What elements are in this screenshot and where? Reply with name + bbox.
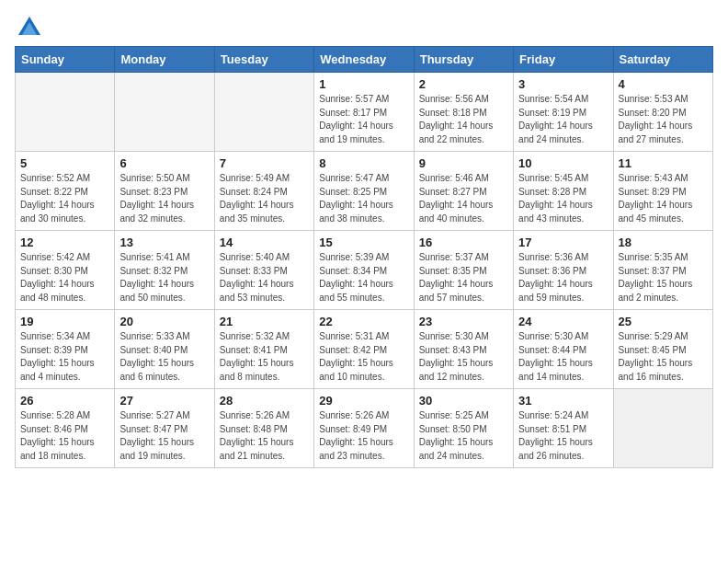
day-number: 8 (319, 156, 408, 170)
calendar-cell: 30Sunrise: 5:25 AMSunset: 8:50 PMDayligh… (414, 389, 513, 468)
day-number: 7 (220, 156, 309, 170)
calendar-cell: 6Sunrise: 5:50 AMSunset: 8:23 PMDaylight… (115, 152, 214, 231)
logo-icon (17, 15, 42, 40)
calendar-cell: 17Sunrise: 5:36 AMSunset: 8:36 PMDayligh… (514, 231, 613, 310)
day-number: 31 (518, 394, 608, 408)
day-info: Sunrise: 5:39 AMSunset: 8:34 PMDaylight:… (319, 251, 408, 304)
day-number: 26 (20, 394, 109, 408)
week-row-3: 12Sunrise: 5:42 AMSunset: 8:30 PMDayligh… (16, 231, 713, 310)
day-header-monday: Monday (115, 47, 214, 73)
day-info: Sunrise: 5:42 AMSunset: 8:30 PMDaylight:… (20, 251, 109, 304)
calendar-cell: 20Sunrise: 5:33 AMSunset: 8:40 PMDayligh… (115, 310, 214, 389)
week-row-5: 26Sunrise: 5:28 AMSunset: 8:46 PMDayligh… (16, 389, 713, 468)
day-info: Sunrise: 5:25 AMSunset: 8:50 PMDaylight:… (419, 409, 508, 463)
calendar-cell (214, 73, 313, 152)
day-header-wednesday: Wednesday (314, 47, 414, 73)
week-row-4: 19Sunrise: 5:34 AMSunset: 8:39 PMDayligh… (16, 310, 713, 389)
day-number: 14 (220, 236, 309, 249)
day-info: Sunrise: 5:56 AMSunset: 8:18 PMDaylight:… (419, 93, 508, 146)
day-info: Sunrise: 5:27 AMSunset: 8:47 PMDaylight:… (119, 409, 209, 463)
day-number: 9 (419, 156, 508, 170)
day-number: 1 (319, 77, 408, 91)
calendar-cell: 10Sunrise: 5:45 AMSunset: 8:28 PMDayligh… (514, 152, 613, 231)
day-number: 15 (319, 236, 408, 249)
day-number: 3 (518, 77, 608, 91)
day-info: Sunrise: 5:53 AMSunset: 8:20 PMDaylight:… (619, 93, 708, 146)
day-number: 11 (619, 156, 708, 170)
day-number: 4 (619, 77, 708, 91)
day-info: Sunrise: 5:24 AMSunset: 8:51 PMDaylight:… (518, 409, 608, 463)
day-info: Sunrise: 5:32 AMSunset: 8:41 PMDaylight:… (220, 330, 309, 384)
calendar-cell: 8Sunrise: 5:47 AMSunset: 8:25 PMDaylight… (314, 152, 414, 231)
page-header (15, 15, 713, 37)
day-info: Sunrise: 5:34 AMSunset: 8:39 PMDaylight:… (20, 330, 109, 384)
day-info: Sunrise: 5:52 AMSunset: 8:22 PMDaylight:… (20, 172, 109, 225)
week-row-1: 1Sunrise: 5:57 AMSunset: 8:17 PMDaylight… (16, 73, 713, 152)
day-number: 12 (20, 236, 109, 249)
day-number: 19 (20, 315, 109, 328)
logo (15, 15, 42, 37)
day-number: 10 (518, 156, 608, 170)
day-info: Sunrise: 5:57 AMSunset: 8:17 PMDaylight:… (319, 93, 408, 146)
calendar-cell: 7Sunrise: 5:49 AMSunset: 8:24 PMDaylight… (214, 152, 313, 231)
calendar-cell: 16Sunrise: 5:37 AMSunset: 8:35 PMDayligh… (414, 231, 513, 310)
day-info: Sunrise: 5:46 AMSunset: 8:27 PMDaylight:… (419, 172, 508, 225)
calendar-cell: 25Sunrise: 5:29 AMSunset: 8:45 PMDayligh… (613, 310, 712, 389)
day-number: 2 (419, 77, 508, 91)
day-info: Sunrise: 5:36 AMSunset: 8:36 PMDaylight:… (518, 251, 608, 304)
day-number: 29 (319, 394, 408, 408)
day-info: Sunrise: 5:37 AMSunset: 8:35 PMDaylight:… (419, 251, 508, 304)
calendar-cell: 12Sunrise: 5:42 AMSunset: 8:30 PMDayligh… (16, 231, 115, 310)
day-info: Sunrise: 5:28 AMSunset: 8:46 PMDaylight:… (20, 409, 109, 463)
day-header-sunday: Sunday (16, 47, 115, 73)
day-info: Sunrise: 5:26 AMSunset: 8:48 PMDaylight:… (220, 409, 309, 463)
day-number: 30 (419, 394, 508, 408)
calendar-cell: 1Sunrise: 5:57 AMSunset: 8:17 PMDaylight… (314, 73, 414, 152)
calendar-table: SundayMondayTuesdayWednesdayThursdayFrid… (15, 46, 713, 468)
day-number: 24 (518, 315, 608, 328)
calendar-cell: 19Sunrise: 5:34 AMSunset: 8:39 PMDayligh… (16, 310, 115, 389)
day-info: Sunrise: 5:45 AMSunset: 8:28 PMDaylight:… (518, 172, 608, 225)
day-info: Sunrise: 5:31 AMSunset: 8:42 PMDaylight:… (319, 330, 408, 384)
day-header-thursday: Thursday (414, 47, 513, 73)
day-info: Sunrise: 5:49 AMSunset: 8:24 PMDaylight:… (220, 172, 309, 225)
calendar-cell: 22Sunrise: 5:31 AMSunset: 8:42 PMDayligh… (314, 310, 414, 389)
calendar-cell: 3Sunrise: 5:54 AMSunset: 8:19 PMDaylight… (514, 73, 613, 152)
day-header-tuesday: Tuesday (214, 47, 313, 73)
day-number: 23 (419, 315, 508, 328)
calendar-cell: 18Sunrise: 5:35 AMSunset: 8:37 PMDayligh… (613, 231, 712, 310)
day-number: 28 (220, 394, 309, 408)
calendar-cell: 29Sunrise: 5:26 AMSunset: 8:49 PMDayligh… (314, 389, 414, 468)
day-number: 21 (220, 315, 309, 328)
day-info: Sunrise: 5:43 AMSunset: 8:29 PMDaylight:… (619, 172, 708, 225)
calendar-cell (613, 389, 712, 468)
calendar-cell: 9Sunrise: 5:46 AMSunset: 8:27 PMDaylight… (414, 152, 513, 231)
day-info: Sunrise: 5:30 AMSunset: 8:43 PMDaylight:… (419, 330, 508, 384)
day-number: 22 (319, 315, 408, 328)
calendar-cell: 31Sunrise: 5:24 AMSunset: 8:51 PMDayligh… (514, 389, 613, 468)
day-header-friday: Friday (514, 47, 613, 73)
calendar-cell: 5Sunrise: 5:52 AMSunset: 8:22 PMDaylight… (16, 152, 115, 231)
calendar-cell: 15Sunrise: 5:39 AMSunset: 8:34 PMDayligh… (314, 231, 414, 310)
calendar-cell: 14Sunrise: 5:40 AMSunset: 8:33 PMDayligh… (214, 231, 313, 310)
day-number: 17 (518, 236, 608, 249)
day-info: Sunrise: 5:33 AMSunset: 8:40 PMDaylight:… (119, 330, 209, 384)
day-info: Sunrise: 5:54 AMSunset: 8:19 PMDaylight:… (518, 93, 608, 146)
calendar-cell: 2Sunrise: 5:56 AMSunset: 8:18 PMDaylight… (414, 73, 513, 152)
calendar-cell (115, 73, 214, 152)
calendar-cell (16, 73, 115, 152)
day-info: Sunrise: 5:30 AMSunset: 8:44 PMDaylight:… (518, 330, 608, 384)
calendar-cell: 24Sunrise: 5:30 AMSunset: 8:44 PMDayligh… (514, 310, 613, 389)
day-header-row: SundayMondayTuesdayWednesdayThursdayFrid… (16, 47, 713, 73)
day-info: Sunrise: 5:29 AMSunset: 8:45 PMDaylight:… (619, 330, 708, 384)
day-number: 25 (619, 315, 708, 328)
calendar-cell: 28Sunrise: 5:26 AMSunset: 8:48 PMDayligh… (214, 389, 313, 468)
day-info: Sunrise: 5:40 AMSunset: 8:33 PMDaylight:… (220, 251, 309, 304)
day-number: 5 (20, 156, 109, 170)
calendar-cell: 27Sunrise: 5:27 AMSunset: 8:47 PMDayligh… (115, 389, 214, 468)
day-number: 13 (119, 236, 209, 249)
day-info: Sunrise: 5:50 AMSunset: 8:23 PMDaylight:… (119, 172, 209, 225)
week-row-2: 5Sunrise: 5:52 AMSunset: 8:22 PMDaylight… (16, 152, 713, 231)
day-info: Sunrise: 5:35 AMSunset: 8:37 PMDaylight:… (619, 251, 708, 304)
day-info: Sunrise: 5:26 AMSunset: 8:49 PMDaylight:… (319, 409, 408, 463)
